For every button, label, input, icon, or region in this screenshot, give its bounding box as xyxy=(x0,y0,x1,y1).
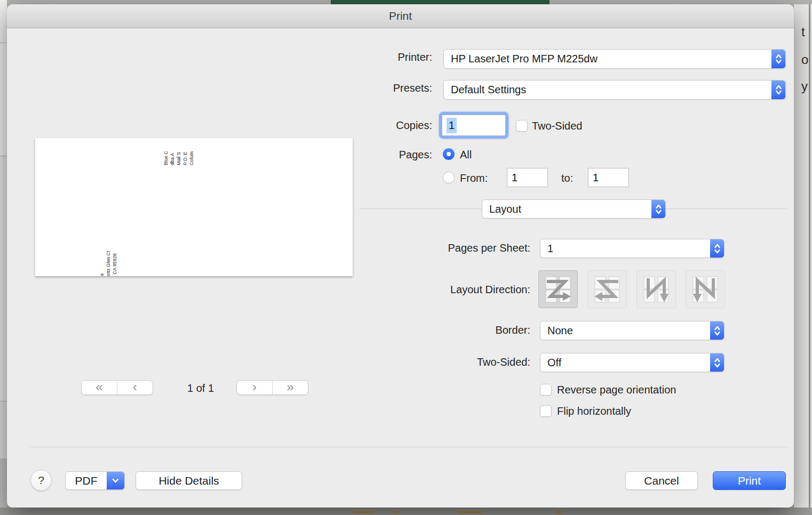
two-sided-select-label: Two-Sided: xyxy=(477,356,530,368)
layout-direction-n-button[interactable] xyxy=(686,270,725,308)
first-page-button[interactable]: « xyxy=(82,381,117,395)
copies-input-focus-ring: 1 xyxy=(439,112,508,139)
border-select[interactable]: None xyxy=(540,321,725,340)
copies-input-selected-text: 1 xyxy=(447,118,457,133)
next-page-button[interactable]: › xyxy=(237,381,272,395)
two-sided-select-value: Off xyxy=(540,357,710,369)
background-right-strip: t o y xyxy=(794,4,812,515)
reverse-page-orientation-checkbox[interactable] xyxy=(540,384,552,396)
chevron-right-icon: › xyxy=(252,381,257,393)
layout-direction-s-button[interactable] xyxy=(587,270,627,308)
two-sided-checkbox[interactable] xyxy=(516,120,528,132)
up-down-chevrons-icon xyxy=(710,239,724,258)
up-down-chevrons-icon xyxy=(710,321,724,340)
print-preview-page: Blue C dba A Mail S P.O. E Colum lace Kn… xyxy=(35,138,353,276)
up-down-chevrons-icon xyxy=(771,81,785,99)
print-dialog: Print Printer: HP LaserJet Pro MFP M225d… xyxy=(7,4,794,508)
double-chevron-left-icon: « xyxy=(95,381,102,393)
layout-z-icon xyxy=(544,276,572,303)
pages-per-sheet-label: Pages per Sheet: xyxy=(448,242,530,254)
last-page-button[interactable]: » xyxy=(273,381,308,395)
printer-select-value: HP LaserJet Pro MFP M225dw xyxy=(444,53,771,65)
flip-horizontally-label: Flip horizontally xyxy=(557,405,631,417)
pdf-menu-button[interactable]: PDF xyxy=(65,471,125,490)
footer-divider xyxy=(30,447,788,447)
page-counter: 1 of 1 xyxy=(169,382,233,395)
two-sided-checkbox-label: Two-Sided xyxy=(532,120,583,132)
pages-per-sheet-select[interactable]: 1 xyxy=(540,239,725,258)
presets-select-value: Default Settings xyxy=(444,84,771,96)
chevron-down-icon xyxy=(107,472,124,489)
double-chevron-right-icon: » xyxy=(286,381,293,393)
pages-per-sheet-value: 1 xyxy=(540,243,710,255)
pages-from-label: From: xyxy=(460,172,488,184)
layout-direction-label: Layout Direction: xyxy=(450,284,530,296)
pages-from-value: 1 xyxy=(512,172,518,184)
layout-s-icon xyxy=(593,276,622,303)
layout-direction-z-button[interactable] xyxy=(538,270,578,308)
background-letter: o xyxy=(801,52,808,67)
layout-n-icon xyxy=(691,276,720,303)
layout-direction-n-reverse-button[interactable] xyxy=(636,270,676,308)
background-left-strip xyxy=(0,0,7,511)
up-down-chevrons-icon xyxy=(651,200,665,218)
section-divider-right xyxy=(666,208,788,209)
reverse-page-orientation-label: Reverse page orientation xyxy=(557,384,676,396)
pages-from-input[interactable]: 1 xyxy=(507,168,548,187)
section-divider-left xyxy=(359,208,482,209)
previous-page-button[interactable]: ‹ xyxy=(117,381,153,395)
help-button[interactable]: ? xyxy=(30,470,52,491)
pages-from-radio[interactable] xyxy=(443,172,455,183)
pages-all-radio[interactable] xyxy=(443,148,455,160)
dialog-title: Print xyxy=(7,10,794,22)
presets-select[interactable]: Default Settings xyxy=(443,80,786,100)
up-down-chevrons-icon xyxy=(710,353,724,372)
cancel-button[interactable]: Cancel xyxy=(625,471,698,490)
pdf-menu-label: PDF xyxy=(66,472,107,489)
pages-to-value: 1 xyxy=(593,172,599,184)
printer-label: Printer: xyxy=(398,51,432,63)
pages-label: Pages: xyxy=(399,149,432,161)
background-letter: t xyxy=(801,25,805,39)
presets-label: Presets: xyxy=(393,82,432,94)
preview-return-address: Blue C dba A Mail S P.O. E Colum xyxy=(163,151,195,165)
pager-forward-group: › » xyxy=(236,380,308,395)
question-mark-icon: ? xyxy=(38,474,44,487)
background-bottom-strip xyxy=(0,508,812,515)
print-button[interactable]: Print xyxy=(713,471,786,490)
copies-label: Copies: xyxy=(396,119,432,132)
up-down-chevrons-icon xyxy=(771,50,785,68)
chevron-left-icon: ‹ xyxy=(133,381,137,393)
border-label: Border: xyxy=(495,324,530,336)
pages-all-label: All xyxy=(460,149,472,161)
pages-to-label: to: xyxy=(561,172,573,184)
printer-select[interactable]: HP LaserJet Pro MFP M225dw xyxy=(443,49,786,69)
two-sided-select[interactable]: Off xyxy=(540,353,725,372)
hide-details-button[interactable]: Hide Details xyxy=(136,471,242,490)
background-letter: y xyxy=(801,79,808,94)
layout-n-reverse-icon xyxy=(642,276,671,303)
pages-to-input[interactable]: 1 xyxy=(588,168,629,187)
border-select-value: None xyxy=(540,325,710,337)
dialog-titlebar[interactable]: Print xyxy=(7,4,794,28)
pager-back-group: « ‹ xyxy=(81,380,153,395)
section-dropdown-value: Layout xyxy=(482,203,651,215)
flip-horizontally-checkbox[interactable] xyxy=(540,405,552,417)
copies-input[interactable]: 1 xyxy=(442,115,506,136)
preview-recipient-address: lace Knotts Glen Ct co, CA 95926 xyxy=(99,251,118,276)
section-dropdown[interactable]: Layout xyxy=(482,199,666,219)
